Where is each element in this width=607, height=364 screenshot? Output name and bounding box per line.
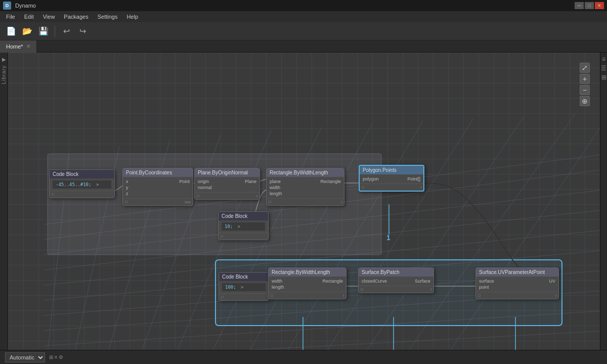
- node-polygon-points[interactable]: Polygon.Points polygon Point[] □ i: [359, 165, 424, 192]
- node-body-code-block-1: -45..45..#10; >: [50, 178, 114, 191]
- close-button[interactable]: ✕: [595, 2, 604, 9]
- menu-settings[interactable]: Settings: [94, 13, 122, 21]
- node-footer-surface-uv: □ i: [476, 292, 558, 299]
- tab-close-icon[interactable]: ✕: [26, 43, 30, 49]
- node-icon-1: □: [52, 192, 54, 197]
- menubar: File Edit View Packages Settings Help: [0, 11, 607, 22]
- minimize-button[interactable]: ─: [575, 2, 584, 9]
- menu-file[interactable]: File: [2, 13, 19, 21]
- toolbar-sep: [55, 26, 55, 36]
- node-header-code-block-1: Code Block: [50, 170, 114, 178]
- node-rect-1[interactable]: Rectangle.ByWidthLength plane Rectangle …: [266, 168, 344, 206]
- menu-help[interactable]: Help: [122, 13, 142, 21]
- statusbar: Automatic Manual ⊞ ≡ ⚙: [0, 350, 607, 364]
- maximize-button[interactable]: □: [585, 2, 594, 9]
- fit-view-button[interactable]: ⤢: [580, 63, 590, 73]
- node-code-block-1[interactable]: Code Block -45..45..#10; > □: [49, 169, 115, 198]
- tab-home-label: Home*: [6, 43, 23, 50]
- node-header-code-block-2: Code Block: [219, 212, 268, 220]
- node-code-block-2[interactable]: Code Block 10; > □: [218, 211, 269, 240]
- node-footer-surface-patch: □ i: [359, 286, 433, 293]
- tab-home[interactable]: Home* ✕: [0, 40, 37, 53]
- node-row-plane: plane Rectangle: [270, 179, 341, 184]
- menu-edit[interactable]: Edit: [20, 13, 38, 21]
- node-body-point: x Point y z: [123, 177, 193, 198]
- node-header-surface-uv: Surface.UVParameterAtPoint: [476, 268, 558, 277]
- node-row-width-2: width Rectangle: [272, 279, 343, 284]
- node-row-polygon: polygon Point[]: [363, 176, 420, 181]
- node-body-polygon: polygon Point[]: [360, 174, 423, 184]
- node-row-point: point: [479, 285, 555, 290]
- node-point-by-coords[interactable]: Point.ByCoordinates x Point y z □ xxx: [122, 168, 193, 206]
- code-block-2-content[interactable]: 10; >: [222, 222, 265, 231]
- app-icon: D: [3, 2, 11, 10]
- center-button[interactable]: ⊕: [580, 96, 590, 106]
- node-body-code-block-3: 100; >: [219, 281, 269, 293]
- node-header-point: Point.ByCoordinates: [123, 168, 193, 177]
- node-row-closed-curve: closedCurve Surface: [362, 279, 430, 284]
- toolbar: 📄 📂 💾 ↩ ↪: [0, 22, 607, 40]
- tabbar: Home* ✕: [0, 40, 607, 53]
- node-header-surface-patch: Surface.ByPatch: [359, 268, 433, 277]
- code-block-1-content[interactable]: -45..45..#10; >: [53, 180, 111, 189]
- node-footer-cb3: □: [219, 293, 269, 300]
- node-rect-2[interactable]: Rectangle.ByWidthLength width Rectangle …: [268, 267, 346, 299]
- node-row-x: x Point: [126, 179, 190, 184]
- library-sidebar[interactable]: ▶ Library: [0, 53, 8, 350]
- sidebar-label: Library: [1, 65, 7, 84]
- main-area: ▶ Library: [0, 53, 607, 350]
- zoom-out-button[interactable]: −: [580, 85, 590, 95]
- sidebar-toggle[interactable]: ▶: [2, 57, 6, 62]
- node-footer-1: □: [50, 191, 114, 198]
- new-button[interactable]: 📄: [4, 24, 18, 38]
- node-plane[interactable]: Plane.ByOriginNormal origin Plane normal…: [194, 168, 260, 200]
- right-panel: ≡ ☰ ⊞: [600, 53, 607, 350]
- node-body-rect-1: plane Rectangle width length: [267, 177, 344, 198]
- node-row-origin: origin Plane: [198, 179, 256, 184]
- node-body-surface-patch: closedCurve Surface: [359, 277, 433, 286]
- zoom-in-button[interactable]: +: [580, 74, 590, 84]
- menu-view[interactable]: View: [39, 13, 59, 21]
- run-mode-select[interactable]: Automatic Manual: [5, 352, 45, 362]
- node-footer-rect-2: □ i: [269, 292, 346, 299]
- node-row-y: y: [126, 185, 190, 190]
- node-row-z: z: [126, 191, 190, 196]
- redo-button[interactable]: ↪: [75, 24, 90, 38]
- right-btn-3[interactable]: ⊞: [601, 74, 606, 81]
- titlebar: D Dynamo ─ □ ✕: [0, 0, 607, 11]
- node-body-code-block-2: 10; >: [219, 220, 268, 233]
- canvas[interactable]: Code Block -45..45..#10; > □ Point.ByCoo…: [8, 53, 600, 350]
- right-btn-1[interactable]: ≡: [602, 56, 605, 63]
- node-body-surface-uv: surface UV point: [476, 277, 558, 292]
- menu-packages[interactable]: Packages: [60, 13, 92, 21]
- node-row-normal: normal: [198, 185, 256, 190]
- zoom-controls: ⤢ + − ⊕: [580, 63, 590, 106]
- node-surface-uv[interactable]: Surface.UVParameterAtPoint surface UV po…: [475, 267, 559, 299]
- node-header-rect-1: Rectangle.ByWidthLength: [267, 168, 344, 177]
- node-row-surface: surface UV: [479, 279, 555, 284]
- node-header-code-block-3: Code Block: [219, 272, 269, 281]
- canvas-label-1: 1: [386, 234, 391, 242]
- node-header-polygon: Polygon.Points: [360, 166, 423, 174]
- statusbar-icons: ⊞ ≡ ⚙: [49, 354, 63, 360]
- node-header-plane: Plane.ByOriginNormal: [195, 168, 259, 177]
- node-header-rect-2: Rectangle.ByWidthLength: [269, 268, 346, 277]
- node-footer-point: □ xxx: [123, 198, 193, 205]
- app-title: Dynamo: [15, 3, 36, 9]
- node-footer-polygon: □ i: [360, 184, 423, 191]
- right-btn-2[interactable]: ☰: [601, 65, 606, 72]
- node-footer-cb2: □: [219, 233, 268, 240]
- node-body-rect-2: width Rectangle length: [269, 277, 346, 292]
- node-surface-by-patch[interactable]: Surface.ByPatch closedCurve Surface □ i: [358, 267, 434, 293]
- node-body-plane: origin Plane normal: [195, 177, 259, 192]
- undo-button[interactable]: ↩: [59, 24, 73, 38]
- open-button[interactable]: 📂: [20, 24, 34, 38]
- node-footer-rect-1: □ i: [267, 198, 344, 205]
- window-controls: ─ □ ✕: [575, 2, 604, 9]
- node-row-length-2: length: [272, 285, 343, 290]
- code-block-3-content[interactable]: 100; >: [222, 283, 266, 291]
- node-code-block-3[interactable]: Code Block 100; > □: [219, 272, 269, 301]
- save-button[interactable]: 💾: [36, 24, 51, 38]
- node-footer-plane: □ i: [195, 192, 259, 199]
- node-row-length-1: length: [270, 191, 341, 196]
